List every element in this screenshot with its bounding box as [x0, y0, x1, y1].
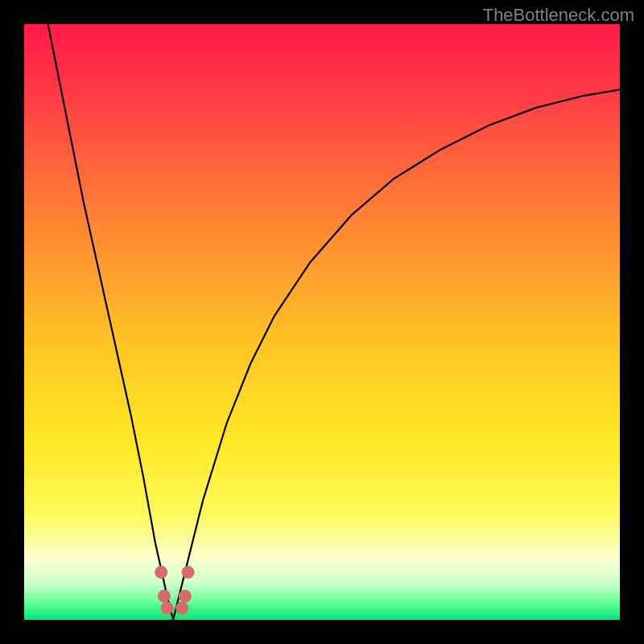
- trough-marker: [161, 601, 174, 614]
- curve-layer: [24, 24, 620, 620]
- trough-marker: [182, 566, 195, 579]
- trough-marker: [179, 589, 192, 602]
- plot-area: [24, 24, 620, 620]
- trough-marker: [155, 566, 167, 579]
- chart-frame: TheBottleneck.com: [0, 0, 644, 644]
- trough-marker: [175, 601, 188, 614]
- trough-marker: [158, 589, 171, 602]
- bottleneck-curve: [48, 24, 620, 620]
- trough-markers-group: [155, 566, 194, 614]
- attribution-text: TheBottleneck.com: [483, 5, 634, 26]
